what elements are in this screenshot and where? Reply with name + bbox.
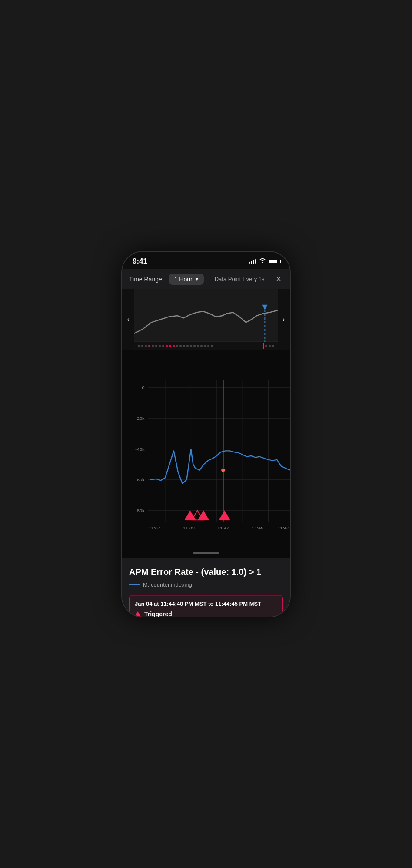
overview-left-arrow[interactable]: ‹ bbox=[122, 289, 134, 350]
time-range-label: Time Range: bbox=[129, 276, 164, 283]
phone-frame: 9:41 Time Range: bbox=[121, 251, 291, 617]
alert-title: APM Error Rate - (value: 1.0) > 1 bbox=[129, 567, 283, 577]
svg-text:11:47: 11:47 bbox=[278, 526, 289, 530]
battery-icon bbox=[269, 259, 279, 264]
time-range-button[interactable]: 1 Hour bbox=[169, 274, 204, 285]
overview-right-arrow[interactable]: › bbox=[278, 289, 290, 350]
status-icons bbox=[249, 258, 279, 264]
triggered-label: Triggered bbox=[144, 611, 172, 617]
status-bar: 9:41 bbox=[122, 252, 290, 269]
event-card-status: Triggered bbox=[135, 611, 277, 617]
header-bar: Time Range: 1 Hour Data Point Every 1s × bbox=[122, 269, 290, 289]
svg-text:-40k: -40k bbox=[135, 447, 145, 451]
overview-chart-inner: 11:00 11:10 11:20 11:30 11:40 11:50 bbox=[134, 289, 278, 350]
header-divider bbox=[209, 274, 209, 284]
triggered-triangle-icon bbox=[135, 611, 141, 617]
overview-chart: ‹ 11:00 bbox=[122, 289, 290, 350]
data-point-label: Data Point Every 1s bbox=[215, 276, 269, 282]
overview-svg: 11:00 11:10 11:20 11:30 11:40 11:50 bbox=[134, 289, 278, 350]
svg-text:-80k: -80k bbox=[135, 508, 145, 512]
svg-rect-0 bbox=[134, 289, 278, 350]
main-chart[interactable]: 0 -20k -40k -60k -80k 11:37 11:39 11:42 … bbox=[122, 350, 290, 558]
metric-label: M: counter.indexing bbox=[143, 581, 192, 588]
svg-text:-20k: -20k bbox=[135, 416, 145, 420]
svg-text:11:39: 11:39 bbox=[183, 526, 195, 530]
svg-text:0: 0 bbox=[142, 385, 144, 389]
metric-line-icon bbox=[129, 584, 140, 585]
phone-inner: 9:41 Time Range: bbox=[122, 252, 290, 617]
event-card[interactable]: Jan 04 at 11:44:40 PM MST to 11:44:45 PM… bbox=[129, 595, 283, 617]
close-button[interactable]: × bbox=[274, 274, 283, 284]
svg-text:11:42: 11:42 bbox=[217, 526, 229, 530]
svg-text:11:37: 11:37 bbox=[149, 526, 160, 530]
metric-row: M: counter.indexing bbox=[129, 581, 283, 588]
chart-scroll-handle bbox=[193, 552, 219, 554]
status-time: 9:41 bbox=[133, 257, 147, 266]
wifi-icon bbox=[259, 258, 266, 264]
info-panel: APM Error Rate - (value: 1.0) > 1 M: cou… bbox=[122, 558, 290, 617]
svg-point-34 bbox=[221, 468, 226, 472]
dropdown-arrow-icon bbox=[195, 278, 199, 281]
event-card-time: Jan 04 at 11:44:40 PM MST to 11:44:45 PM… bbox=[135, 601, 277, 607]
main-chart-svg: 0 -20k -40k -60k -80k 11:37 11:39 11:42 … bbox=[122, 357, 290, 541]
svg-text:11:45: 11:45 bbox=[252, 526, 263, 530]
time-range-value: 1 Hour bbox=[174, 276, 193, 283]
svg-text:-60k: -60k bbox=[135, 477, 145, 482]
signal-icon bbox=[249, 259, 256, 264]
